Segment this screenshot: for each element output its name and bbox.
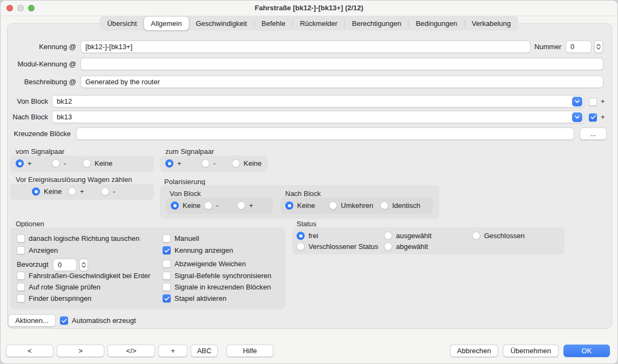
nummer-input[interactable] [566,41,592,53]
von-block-checkbox[interactable] [589,98,597,106]
checkbox-stapel-aktivieren[interactable]: Stapel aktivieren [163,294,226,302]
radio-selected-icon [285,201,293,210]
tab-bedingungen[interactable]: Bedingungen [409,17,465,30]
checkbox-anzeigen[interactable]: Anzeigen [17,246,58,254]
check-icon [164,296,170,301]
kreuzende-bloecke-input[interactable] [76,127,574,140]
checkbox-abzweigende-weichen[interactable]: Abzweigende Weichen [163,260,246,268]
nach-block-dropdown-button[interactable] [572,112,582,122]
radio-zum-signalpaar-plus[interactable]: + [165,159,182,167]
nach-block-plus-label: + [601,113,605,122]
radio-polarisierung-nach-keine[interactable]: Keine [285,201,315,210]
radio-polarisierung-nach-umkehren[interactable]: Umkehren [329,201,373,210]
uebernehmen-button[interactable]: Übernehmen [503,345,559,357]
tab-berechtigungen[interactable]: Berechtigungen [345,17,408,30]
check-icon [590,115,596,119]
bevorzugt-input[interactable] [53,259,77,271]
radio-vom-signalpaar-minus[interactable]: - [52,159,66,167]
radio-zum-signalpaar-minus[interactable]: - [201,159,216,167]
checkbox-geschwindigkeit-enter[interactable]: Fahrstraßen-Geschwindigkeit bei Enter [17,272,150,280]
chevron-down-icon [575,100,580,103]
dialog-window: Fahrstraße [bk12-]-[bk13+] (2/12) Übersi… [0,0,618,364]
beschreibung-input[interactable] [80,76,603,88]
nach-block-checkbox[interactable] [589,113,597,122]
radio-wagen-zaehlen-minus[interactable]: - [101,187,115,196]
checkbox-checked-icon [60,316,68,325]
radio-icon [52,159,60,167]
nach-block-value: bk13 [57,113,72,121]
checkbox-kennung-anzeigen[interactable]: Kennung anzeigen [163,246,233,254]
abc-button[interactable]: ABC [191,345,218,357]
radio-status-geschlossen[interactable]: Geschlossen [472,232,525,240]
radio-polarisierung-nach-identisch[interactable]: Identisch [380,201,420,210]
checkbox-richtung-tauschen[interactable]: danach logische Richtung tauschen [17,234,139,242]
radio-label: - [113,187,115,196]
radio-icon [68,187,76,196]
checkbox-label: Abzweigende Weichen [174,260,246,268]
kreuzende-bloecke-more-button[interactable]: ... [580,127,607,140]
radio-label: + [80,187,84,196]
vom-signalpaar-title: vom Signalpaar [16,147,64,156]
code-button[interactable]: </> [108,345,155,357]
radio-icon [384,232,392,240]
tab-verkabelung[interactable]: Verkabelung [465,17,518,30]
tab-befehle[interactable]: Befehle [254,17,292,30]
tab-allgemein[interactable]: Allgemein [144,17,189,30]
radio-vom-signalpaar-plus[interactable]: + [16,159,32,167]
kennung-input[interactable] [80,41,530,53]
checkbox-manuell[interactable]: Manuell [163,234,199,242]
tab-rueckmelder[interactable]: Rückmelder [293,17,344,30]
radio-icon [380,201,388,210]
checkbox-signale-kreuzende-bloecke[interactable]: Signale in kreuzenden Blöcken [163,283,271,291]
nummer-stepper[interactable] [594,41,603,53]
radio-label: + [249,201,253,210]
navigate-next-button[interactable]: > [57,345,104,357]
radio-status-ausgewaehlt[interactable]: ausgewählt [384,232,432,240]
radio-selected-icon [32,187,40,196]
radio-zum-signalpaar-keine[interactable]: Keine [232,159,261,167]
hilfe-button[interactable]: Hilfe [226,345,273,357]
radio-wagen-zaehlen-plus[interactable]: + [68,187,84,196]
von-block-dropdown-button[interactable] [572,97,582,106]
add-button[interactable]: + [158,345,187,357]
tab-geschwindigkeit[interactable]: Geschwindigkeit [189,17,254,30]
checkbox-checked-icon [163,294,171,302]
radio-label: Keine [95,159,112,167]
radio-polarisierung-von-minus[interactable]: - [204,201,218,210]
radio-selected-icon [171,201,179,210]
radio-icon [232,159,240,167]
zum-signalpaar-title: zum Signalpaar [165,147,214,156]
abbrechen-button[interactable]: Abbrechen [450,345,498,357]
bevorzugt-stepper[interactable] [79,259,88,271]
checkbox-label: Anzeigen [29,246,58,254]
tab-uebersicht[interactable]: Übersicht [100,17,144,30]
radio-label: Keine [297,201,315,210]
aktionen-button[interactable]: Aktionen... [8,314,56,327]
checkbox-label: Auf rote Signale prüfen [29,283,100,291]
modul-kennung-input[interactable] [80,58,603,70]
von-block-checkbox-row: + [589,97,605,106]
radio-polarisierung-von-plus[interactable]: + [237,201,253,210]
checkbox-finder-ueberspringen[interactable]: Finder überspringen [17,294,91,302]
ok-button[interactable]: OK [563,345,610,357]
checkbox-automatisch-erzeugt[interactable]: Automatisch erzeugt [60,316,136,325]
navigate-previous-button[interactable]: < [6,345,53,357]
radio-status-frei[interactable]: frei [297,232,318,240]
checkbox-rote-signale[interactable]: Auf rote Signale prüfen [17,283,100,291]
radio-polarisierung-von-keine[interactable]: Keine [171,201,200,210]
radio-status-abgewaehlt[interactable]: abgewählt [384,242,428,251]
radio-wagen-zaehlen-keine[interactable]: Keine [32,187,62,196]
radio-icon [472,232,480,240]
von-block-combobox[interactable]: bk12 [52,95,584,107]
radio-label: Identisch [392,201,420,210]
radio-vom-signalpaar-keine[interactable]: Keine [83,159,112,167]
checkbox-label: Signal-Befehle synchronisieren [174,272,271,280]
bevorzugt-label: Bevorzugt [17,260,49,269]
radio-status-verschlossener-status[interactable]: Verschlossener Status [297,242,378,251]
radio-label: Keine [244,159,261,167]
radio-label: frei [308,232,318,240]
checkbox-icon [163,283,171,291]
nach-block-combobox[interactable]: bk13 [52,111,584,123]
radio-icon [384,242,392,251]
checkbox-signal-befehle-sync[interactable]: Signal-Befehle synchronisieren [163,272,271,280]
